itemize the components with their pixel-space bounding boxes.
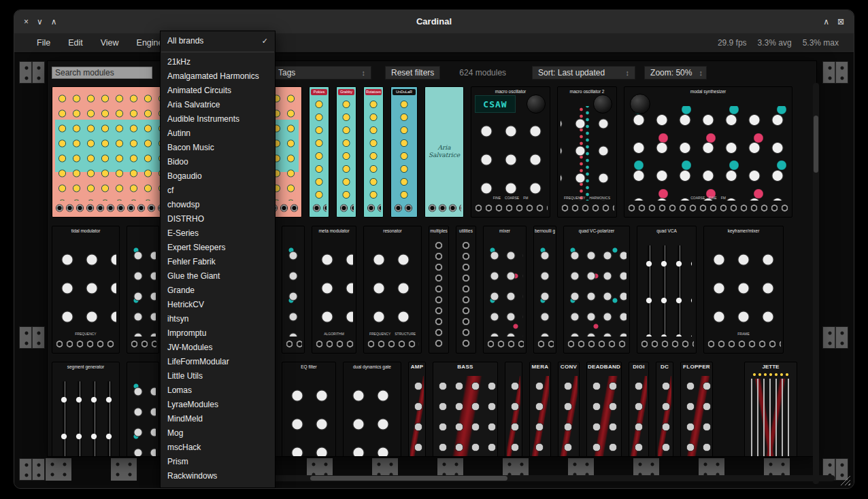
module-resonator[interactable]: resonatorFREQUENCYSTRUCTURE [363,226,422,354]
module-digi[interactable]: DIGIANALOG [629,362,649,456]
module-graphics [393,98,416,202]
zoom-dropdown[interactable]: Zoom: 50% ↕ [644,66,707,80]
brand-item-e-series[interactable]: E-Series [161,226,275,241]
module-quad-vca[interactable]: quad VCA [637,226,697,354]
menu-divider [161,52,274,52]
brand-item-ihtsyn[interactable]: ihtsyn [161,312,275,326]
module-tile[interactable] [282,226,305,354]
brand-item-all-brands[interactable]: All brands ✓ [161,33,275,49]
brand-item-hetrickcv[interactable]: HetrickCV [161,298,275,312]
brand-item-expert-sleepers[interactable]: Expert Sleepers [161,241,275,255]
reset-filters-button[interactable]: Reset filters [385,66,440,80]
brand-item-audible-instruments[interactable]: Audible Instruments [161,112,275,126]
module-label: FREQUENCY [564,196,585,200]
module-title: quad VC-polarizer [565,228,629,234]
brand-item-mog[interactable]: Mog [161,426,275,441]
brand-item-lyraemodules[interactable]: LyraeModules [161,398,275,412]
module-undular[interactable]: UnDuLaR [390,86,418,218]
module-dc[interactable]: DC [656,362,673,456]
brand-item-little-utils[interactable]: Little Utils [161,369,275,383]
module-graphics [459,240,473,350]
module-ports [560,201,614,215]
module-multiples[interactable]: multiples [429,226,449,354]
module-utilities[interactable]: utilities [456,226,476,354]
module-title: DEADBAND [588,364,620,370]
brand-item-mindmeld[interactable]: MindMeld [161,412,275,426]
menubar-item-view[interactable]: View [92,33,128,52]
module-graphics [410,376,424,456]
module-dual-dynamics-gate[interactable]: dual dynamics gate [343,362,401,456]
menubar-item-edit[interactable]: Edit [59,33,92,52]
brand-item-bogaudio[interactable]: Bogaudio [161,169,275,184]
module-quad-vc-polarizer[interactable]: quad VC-polarizer [563,226,630,354]
module-aria-salvatrice[interactable]: Aria Salvatrice [424,86,464,218]
module-title: MERA [531,364,550,370]
module-jette[interactable]: JETTE [744,362,797,456]
module-mixer[interactable]: mixer [483,226,527,354]
brand-item-glue-the-giant[interactable]: Glue the Giant [161,269,275,283]
brand-item-lomas[interactable]: Lomas [161,383,275,398]
brand-item-bidoo[interactable]: Bidoo [161,155,275,169]
window-close-icon[interactable]: × [24,18,29,26]
module-graphics [531,376,549,456]
module-meta-modulator[interactable]: meta modulatorALGORITHM [312,226,356,354]
horizontal-scrollbar-thumb[interactable] [310,476,507,481]
tags-filter-dropdown[interactable]: Tags ↕ [272,66,371,80]
module-graphics [631,376,647,456]
window-ontop-icon[interactable]: ∧ [823,18,829,26]
vertical-scrollbar-thumb[interactable] [814,116,818,173]
module-label: COARSE [690,196,705,200]
brand-item-aria-salvatrice[interactable]: Aria Salvatrice [161,98,275,112]
module-macro-oscillator[interactable]: macro oscillatorCSAWFINECOARSEFM [471,86,550,218]
module-graphics [130,381,156,456]
module-grabby[interactable]: Grabby [336,86,356,218]
vertical-scrollbar[interactable] [813,83,819,484]
module-segment-generator[interactable]: segment generatorSHAPE/TIMEGATE [52,362,120,456]
brand-item-21khz[interactable]: 21kHz [161,55,275,69]
module-modal-synthesizer[interactable]: modal synthesizerCOARSEFINEFM [624,86,792,218]
module-ports [706,337,781,351]
module-conv[interactable]: CONV0-10V [558,362,580,456]
window-minimize-icon[interactable]: ∨ [37,18,43,26]
module-deadband[interactable]: DEADBANDWIDTHGAP [586,362,622,456]
module-mera[interactable]: MERACV [529,362,551,456]
brand-item-jw-modules[interactable]: JW-Modules [161,341,275,355]
module-rotatoes[interactable]: Rotatoes [363,86,384,218]
cpu-avg-stat: 3.3% avg [758,38,792,48]
brand-item-animated-circuits[interactable]: Animated Circuits [161,84,275,98]
module-title: DC [657,364,672,370]
module-tile[interactable] [127,362,159,456]
menubar-item-file[interactable]: File [28,33,59,52]
module-amp[interactable]: AMPCVIN [408,362,426,456]
module-eq-filter[interactable]: EQ filter [282,362,336,456]
brand-item-prism[interactable]: Prism [161,455,275,469]
module-bass[interactable]: BASSCUTOFFDECAYENVMODACCENT [433,362,498,456]
brand-item-grande[interactable]: Grande [161,283,275,298]
module-tile[interactable]: CV [505,362,522,456]
module-bernoulli-gate[interactable]: bernoulli gate [533,226,556,354]
window-maximize-icon[interactable]: ∧ [51,18,57,26]
module-pokies[interactable]: Pokies [309,86,329,218]
brand-item-lifeformmodular[interactable]: LifeFormModular [161,355,275,369]
module-tidal-modulator[interactable]: tidal modulatorFREQUENCY [52,226,120,354]
module-graphics [285,381,333,456]
module-macro-oscillator-2[interactable]: macro oscillator 2FREQUENCYHARMONICS [557,86,617,218]
brand-item-autinn[interactable]: Autinn [161,126,275,141]
module-graphics [751,379,790,456]
module-graphics [486,245,523,337]
window-close-box-icon[interactable]: ⊠ [837,18,844,26]
brand-item-cf[interactable]: cf [161,184,275,198]
module-flopper[interactable]: FLOPPERCV [680,362,713,456]
brand-item-rackwindows[interactable]: Rackwindows [161,469,275,483]
brand-item-chowdsp[interactable]: chowdsp [161,198,275,212]
search-input[interactable] [52,67,152,79]
module-tile[interactable] [127,226,159,354]
brand-item-bacon-music[interactable]: Bacon Music [161,141,275,155]
brand-item-mschack[interactable]: mscHack [161,441,275,455]
module-keyframer-mixer[interactable]: keyframer/mixerFRAME [703,226,784,354]
brand-item-distrho[interactable]: DISTRHO [161,212,275,226]
brand-item-impromptu[interactable]: Impromptu [161,326,275,341]
brand-item-amalgamated-harmonics[interactable]: Amalgamated Harmonics [161,69,275,84]
sort-dropdown[interactable]: Sort: Last updated ↕ [532,66,635,80]
brand-item-fehler-fabrik[interactable]: Fehler Fabrik [161,255,275,269]
